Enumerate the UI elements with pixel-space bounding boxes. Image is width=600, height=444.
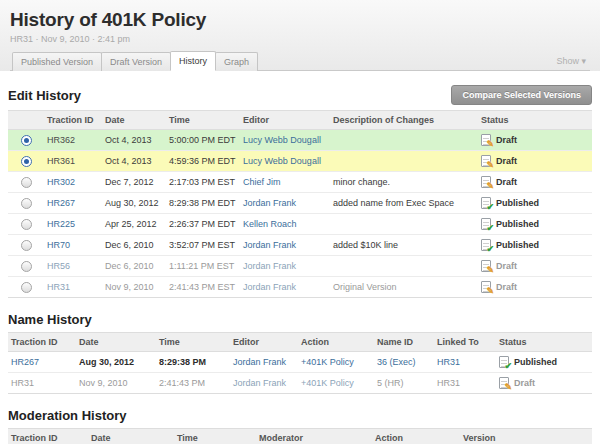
tab-published-version[interactable]: Published Version — [12, 52, 102, 71]
main-content: Edit History Compare Selected Versions T… — [0, 85, 600, 444]
name-time: 8:29:38 PM — [156, 352, 230, 373]
name-history-heading: Name History — [8, 312, 92, 327]
edit-date: Aug 30, 2012 — [102, 193, 166, 214]
status-badge: Draft — [496, 261, 517, 271]
name-id: 5 (HR) — [377, 378, 404, 388]
pencil-glyph: ✎ — [486, 287, 494, 296]
draft-icon: ✎ — [481, 260, 491, 272]
editor-link[interactable]: Jordan Frank — [243, 240, 296, 250]
name-time: 2:41:43 PM — [156, 373, 230, 394]
page-header: History of 401K Policy HR31 · Nov 9, 201… — [0, 0, 600, 71]
name-history-table: Traction ID Date Time Editor Action Name… — [8, 332, 592, 394]
check-glyph: ✔ — [504, 362, 512, 371]
editor-link[interactable]: Jordan Frank — [233, 357, 286, 367]
col-date: Date — [102, 111, 166, 130]
col-version: Version — [460, 429, 592, 444]
editor-link[interactable]: Jordan Frank — [243, 282, 296, 292]
name-id-link[interactable]: 36 (Exec) — [377, 357, 416, 367]
version-radio[interactable] — [21, 198, 32, 209]
traction-id-link[interactable]: HR31 — [47, 282, 70, 292]
show-dropdown[interactable]: Show ▾ — [556, 56, 586, 66]
draft-icon: ✎ — [481, 176, 491, 188]
edit-history-row: HR56 Dec 6, 2010 1:11:21 PM EST Jordan F… — [8, 256, 592, 277]
col-time: Time — [174, 429, 256, 444]
col-traction-id: Traction ID — [8, 333, 76, 352]
edit-history-row: HR70 Dec 6, 2010 3:52:07 PM EST Jordan F… — [8, 235, 592, 256]
traction-id-link[interactable]: HR267 — [47, 198, 75, 208]
change-description: added $10K line — [330, 235, 478, 256]
pencil-glyph: ✎ — [486, 161, 494, 170]
radio-column-header — [8, 111, 44, 130]
change-description: Original Version — [330, 277, 478, 298]
traction-id: HR361 — [47, 156, 75, 166]
col-time: Time — [156, 333, 230, 352]
col-description: Description of Changes — [330, 111, 478, 130]
change-description: added name from Exec Space — [330, 193, 478, 214]
edit-date: Dec 6, 2010 — [102, 235, 166, 256]
edit-date: Dec 7, 2012 — [102, 172, 166, 193]
col-action: Action — [298, 333, 374, 352]
check-glyph: ✔ — [486, 245, 494, 254]
col-status: Status — [496, 333, 592, 352]
col-date: Date — [88, 429, 174, 444]
status-badge: Published — [496, 219, 539, 229]
col-date: Date — [76, 333, 156, 352]
editor-link[interactable]: Lucy Webb Dougall — [243, 156, 321, 166]
action-link[interactable]: +401K Policy — [301, 378, 354, 388]
edit-date: Apr 25, 2012 — [102, 214, 166, 235]
change-description — [330, 130, 478, 151]
version-radio-selected[interactable] — [21, 156, 32, 167]
col-traction-id: Traction ID — [8, 429, 88, 444]
published-icon: ✔ — [481, 239, 491, 251]
pencil-glyph: ✎ — [486, 266, 494, 275]
col-name-id: Name ID — [374, 333, 434, 352]
edit-date: Dec 6, 2010 — [102, 256, 166, 277]
traction-id-link[interactable]: HR302 — [47, 177, 75, 187]
edit-time: 2:26:37 PM EDT — [166, 214, 240, 235]
version-radio[interactable] — [21, 282, 32, 293]
traction-id-link[interactable]: HR267 — [11, 357, 39, 367]
draft-icon: ✎ — [499, 377, 509, 389]
name-history-row: HR31 Nov 9, 2010 2:41:43 PM Jordan Frank… — [8, 373, 592, 394]
edit-history-header-row: Traction ID Date Time Editor Description… — [8, 111, 592, 130]
editor-link[interactable]: Kellen Roach — [243, 219, 297, 229]
traction-id-link[interactable]: HR70 — [47, 240, 70, 250]
col-linked-to: Linked To — [434, 333, 496, 352]
tab-draft-version[interactable]: Draft Version — [101, 52, 171, 71]
edit-time: 1:11:21 PM EST — [166, 256, 240, 277]
version-radio[interactable] — [21, 240, 32, 251]
edit-time: 4:59:36 PM EDT — [166, 151, 240, 172]
traction-id-link[interactable]: HR225 — [47, 219, 75, 229]
published-icon: ✔ — [499, 356, 509, 368]
check-glyph: ✔ — [486, 224, 494, 233]
version-radio[interactable] — [21, 177, 32, 188]
edit-history-table: Traction ID Date Time Editor Description… — [8, 110, 592, 298]
status-badge: Published — [496, 240, 539, 250]
tab-bar: Published Version Draft Version History … — [10, 51, 590, 71]
version-radio[interactable] — [21, 261, 32, 272]
status-badge: Published — [514, 357, 557, 367]
editor-link[interactable]: Jordan Frank — [243, 261, 296, 271]
edit-history-heading: Edit History — [8, 88, 81, 103]
traction-id-link[interactable]: HR56 — [47, 261, 70, 271]
pencil-glyph: ✎ — [486, 140, 494, 149]
linked-to-link[interactable]: HR31 — [437, 357, 460, 367]
compare-selected-versions-button[interactable]: Compare Selected Versions — [451, 85, 592, 105]
tab-graph[interactable]: Graph — [215, 52, 258, 71]
action-link[interactable]: +401K Policy — [301, 357, 354, 367]
name-history-row: HR267 Aug 30, 2012 8:29:38 PM Jordan Fra… — [8, 352, 592, 373]
tab-history[interactable]: History — [170, 51, 216, 71]
editor-link[interactable]: Chief Jim — [243, 177, 281, 187]
edit-history-row: HR267 Aug 30, 2012 8:29:38 PM EDT Jordan… — [8, 193, 592, 214]
editor-link[interactable]: Jordan Frank — [233, 378, 286, 388]
editor-link[interactable]: Lucy Webb Dougall — [243, 135, 321, 145]
version-radio-selected[interactable] — [21, 135, 32, 146]
traction-id: HR31 — [11, 378, 34, 388]
version-radio[interactable] — [21, 219, 32, 230]
editor-link[interactable]: Jordan Frank — [243, 198, 296, 208]
edit-time: 2:41:43 PM EST — [166, 277, 240, 298]
col-editor: Editor — [240, 111, 330, 130]
col-moderator: Moderator — [256, 429, 372, 444]
edit-history-row: HR302 Dec 7, 2012 2:17:03 PM EST Chief J… — [8, 172, 592, 193]
change-description — [330, 151, 478, 172]
